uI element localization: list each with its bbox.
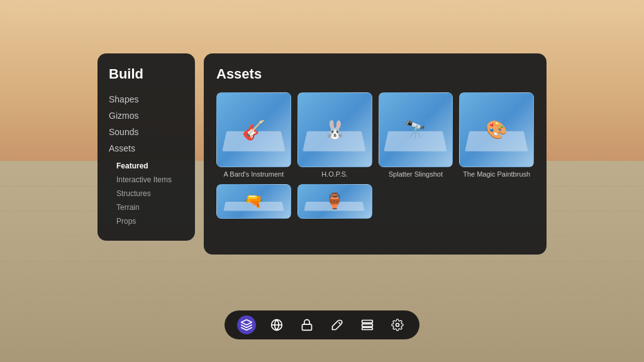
svg-rect-22 [303, 324, 312, 330]
asset-name-splatter: Splatter Slingshot [379, 170, 453, 178]
sidebar-item-sounds[interactable]: Sounds [109, 124, 184, 140]
asset-name-magic-paintbrush: The Magic Paintbrush [459, 170, 534, 178]
asset-thumbnail-hops: 🐰 [297, 92, 372, 167]
asset-thumbnail-splatter: 🔭 [379, 92, 453, 167]
asset-card-magic-paintbrush[interactable]: 🎨 The Magic Paintbrush [459, 92, 534, 178]
submenu-featured[interactable]: Featured [116, 159, 184, 173]
submenu-structures[interactable]: Structures [116, 187, 184, 200]
toolbar-btn-cube[interactable] [237, 315, 256, 334]
toolbar-btn-brush[interactable] [328, 315, 347, 334]
assets-submenu: Featured Interactive Items Structures Te… [109, 159, 184, 228]
asset-thumbnail-item2: 🏺 [297, 184, 372, 219]
toolbar-btn-globe[interactable] [267, 315, 286, 334]
submenu-interactive-items[interactable]: Interactive Items [116, 173, 184, 187]
asset-thumbnail-magic-paintbrush: 🎨 [459, 92, 534, 167]
assets-grid-row2: 🔫 🏺 [216, 184, 534, 219]
asset-card-hops[interactable]: 🐰 H.O.P.S. [297, 92, 372, 178]
sidebar-item-assets[interactable]: Assets [109, 140, 184, 156]
asset-card-bards-instrument[interactable]: 🎸 A Bard's Instrument [216, 92, 291, 178]
asset-name-bards-instrument: A Bard's Instrument [216, 170, 291, 178]
toolbar-btn-lock[interactable] [297, 315, 316, 334]
build-panel: Build Shapes Gizmos Sounds Assets Featur… [97, 53, 195, 241]
svg-point-27 [396, 324, 399, 327]
asset-thumbnail-bards-instrument: 🎸 [216, 92, 291, 167]
asset-card-item2[interactable]: 🏺 [297, 184, 372, 219]
toolbar-btn-settings[interactable] [388, 315, 407, 334]
assets-panel: Assets 🎸 A Bard's Instrument 🐰 H.O.P.S. [204, 53, 547, 255]
asset-card-splatter[interactable]: 🔭 Splatter Slingshot [379, 92, 453, 178]
toolbar-btn-list[interactable] [358, 315, 377, 334]
assets-grid-row1: 🎸 A Bard's Instrument 🐰 H.O.P.S. 🔭 Splat… [216, 92, 534, 178]
sidebar-item-shapes[interactable]: Shapes [109, 91, 184, 107]
svg-line-23 [339, 322, 341, 324]
bottom-toolbar [225, 310, 419, 339]
submenu-props[interactable]: Props [116, 214, 184, 228]
ui-container: Build Shapes Gizmos Sounds Assets Featur… [97, 53, 547, 255]
svg-rect-24 [362, 321, 373, 323]
svg-rect-26 [362, 327, 373, 329]
assets-title: Assets [216, 66, 534, 82]
build-title: Build [109, 66, 184, 82]
asset-name-hops: H.O.P.S. [297, 170, 372, 178]
svg-rect-25 [362, 324, 373, 326]
submenu-terrain[interactable]: Terrain [116, 200, 184, 214]
sidebar-item-gizmos[interactable]: Gizmos [109, 107, 184, 124]
asset-thumbnail-gun: 🔫 [216, 184, 291, 219]
asset-card-gun[interactable]: 🔫 [216, 184, 291, 219]
